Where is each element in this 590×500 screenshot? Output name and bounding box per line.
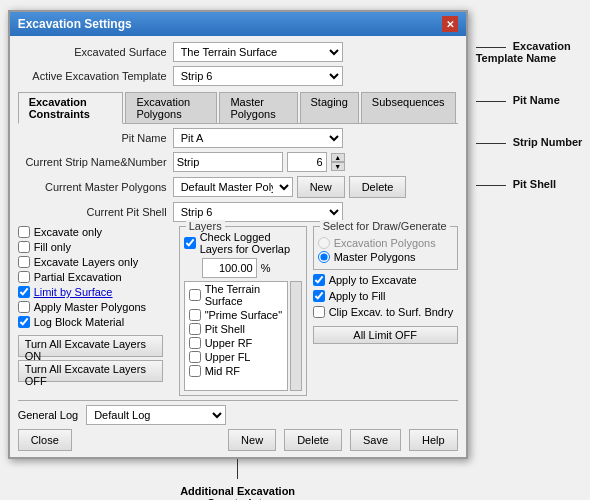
strip-name-input[interactable]: [173, 152, 283, 172]
turn-all-excavate-off-btn[interactable]: Turn All Excavate Layers OFF: [18, 360, 163, 382]
excavate-layers-only-label: Excavate Layers only: [34, 256, 139, 268]
fill-only-row: Fill only: [18, 241, 173, 253]
log-block-material-row: Log Block Material: [18, 316, 173, 328]
spin-up-btn[interactable]: ▲: [331, 153, 345, 162]
arrow-line-template: [476, 47, 506, 48]
layer-upper-fl-label: Upper FL: [205, 351, 251, 363]
layer-terrain-check[interactable]: [189, 289, 201, 301]
annotation-template-name: ExcavationTemplate Name: [476, 40, 583, 64]
delete-master-button[interactable]: Delete: [349, 176, 407, 198]
annotation-pit-name: Pit Name: [476, 94, 583, 106]
apply-master-polygons-label: Apply Master Polygons: [34, 301, 147, 313]
dialog-title: Excavation Settings: [18, 17, 132, 31]
apply-to-excavate-row: Apply to Excavate: [313, 274, 458, 286]
strip-name-value-container: ▲ ▼: [173, 152, 458, 172]
apply-to-fill-row: Apply to Fill: [313, 290, 458, 302]
layers-list-container: The Terrain Surface "Prime Surface" Pit …: [184, 281, 302, 391]
close-icon-btn[interactable]: ✕: [442, 16, 458, 32]
strip-number-input[interactable]: [287, 152, 327, 172]
tab-subsequences[interactable]: Subsequences: [361, 92, 456, 123]
select-draw-generate-title: Select for Draw/Generate: [320, 220, 450, 232]
excavated-surface-row: Excavated Surface The Terrain Surface: [18, 42, 458, 62]
strip-name-row: Current Strip Name&Number ▲ ▼: [18, 152, 458, 172]
layer-mid-rf-label: Mid RF: [205, 365, 240, 377]
tab-excavation-polygons[interactable]: Excavation Polygons: [125, 92, 217, 123]
master-polygons-radio[interactable]: [318, 251, 330, 263]
log-block-material-label: Log Block Material: [34, 316, 125, 328]
new-master-button[interactable]: New: [297, 176, 345, 198]
partial-excavation-row: Partial Excavation: [18, 271, 173, 283]
layer-pit-shell-check[interactable]: [189, 323, 201, 335]
additional-annotation-text: Additional ExcavationConstraints: [180, 485, 295, 500]
pit-name-label: Pit Name: [18, 132, 173, 144]
excavated-surface-select[interactable]: The Terrain Surface: [173, 42, 343, 62]
layer-prime-check[interactable]: [189, 309, 201, 321]
layer-pit-shell-label: Pit Shell: [205, 323, 245, 335]
help-button[interactable]: Help: [409, 429, 458, 451]
log-block-material-check[interactable]: [18, 316, 30, 328]
partial-excavation-check[interactable]: [18, 271, 30, 283]
excavated-surface-label: Excavated Surface: [18, 46, 173, 58]
dialog: Excavation Settings ✕ Excavated Surface …: [8, 10, 468, 500]
turn-all-excavate-on-btn[interactable]: Turn All Excavate Layers ON: [18, 335, 163, 357]
clip-excav-label: Clip Excav. to Surf. Bndry: [329, 306, 454, 318]
active-template-select[interactable]: Strip 6: [173, 66, 343, 86]
clip-excav-check[interactable]: [313, 306, 325, 318]
limit-by-surface-check[interactable]: [18, 286, 30, 298]
layer-mid-rf-check[interactable]: [189, 365, 201, 377]
layers-list: The Terrain Surface "Prime Surface" Pit …: [184, 281, 288, 391]
fill-only-check[interactable]: [18, 241, 30, 253]
pit-name-select[interactable]: Pit A: [173, 128, 343, 148]
strip-name-label: Current Strip Name&Number: [18, 156, 173, 168]
percent-row: %: [202, 258, 302, 278]
layer-upper-rf-check[interactable]: [189, 337, 201, 349]
annotation-panel: ExcavationTemplate Name Pit Name Strip N…: [476, 10, 583, 190]
tab-excavation-constraints[interactable]: Excavation Constraints: [18, 92, 124, 124]
layers-group: Layers Check Logged Layers for Overlap %: [179, 226, 307, 396]
apply-master-polygons-check[interactable]: [18, 301, 30, 313]
tab-master-polygons[interactable]: Master Polygons: [219, 92, 297, 123]
annotation-strip-number-text: Strip Number: [513, 136, 583, 148]
list-item: Upper FL: [185, 350, 287, 364]
layers-group-title: Layers: [186, 220, 225, 232]
excavation-polygons-radio-label: Excavation Polygons: [334, 237, 436, 249]
spin-down-btn[interactable]: ▼: [331, 162, 345, 171]
middle-panel: Layers Check Logged Layers for Overlap %: [179, 226, 307, 396]
master-polygons-select[interactable]: Default Master Polygons: [173, 177, 293, 197]
active-template-row: Active Excavation Template Strip 6: [18, 66, 458, 86]
apply-master-polygons-row: Apply Master Polygons: [18, 301, 173, 313]
layers-scrollbar[interactable]: [290, 281, 302, 391]
all-limit-off-btn[interactable]: All Limit OFF: [313, 326, 458, 344]
tab-staging[interactable]: Staging: [300, 92, 359, 123]
general-log-label: General Log: [18, 409, 79, 421]
layer-upper-fl-check[interactable]: [189, 351, 201, 363]
master-polygons-radio-label: Master Polygons: [334, 251, 416, 263]
save-button[interactable]: Save: [350, 429, 401, 451]
pit-shell-select[interactable]: Strip 6: [173, 202, 343, 222]
bottom-section: General Log Default Log Close New Delete…: [18, 400, 458, 451]
annotation-template-text: ExcavationTemplate Name: [476, 40, 571, 64]
apply-to-fill-label: Apply to Fill: [329, 290, 386, 302]
check-logged-check[interactable]: [184, 237, 196, 249]
pit-shell-value-container: Strip 6: [173, 202, 458, 222]
apply-to-excavate-check[interactable]: [313, 274, 325, 286]
right-panel: Select for Draw/Generate Excavation Poly…: [313, 226, 458, 396]
excavate-only-check[interactable]: [18, 226, 30, 238]
list-item: Pit Shell: [185, 322, 287, 336]
delete-button[interactable]: Delete: [284, 429, 342, 451]
excavate-layers-only-check[interactable]: [18, 256, 30, 268]
new-button[interactable]: New: [228, 429, 276, 451]
excavation-polygons-radio[interactable]: [318, 237, 330, 249]
annotation-strip-number: Strip Number: [476, 136, 583, 148]
excavate-layers-only-row: Excavate Layers only: [18, 256, 173, 268]
main-section: Excavate only Fill only Excavate Layers …: [18, 226, 458, 396]
apply-to-excavate-label: Apply to Excavate: [329, 274, 417, 286]
master-polygons-row: Current Master Polygons Default Master P…: [18, 176, 458, 198]
annotation-pit-shell-text: Pit Shell: [513, 178, 556, 190]
percent-input[interactable]: [202, 258, 257, 278]
apply-to-fill-check[interactable]: [313, 290, 325, 302]
clip-excav-row: Clip Excav. to Surf. Bndry: [313, 306, 458, 318]
additional-annotation-label: Additional ExcavationConstraints: [180, 485, 295, 500]
general-log-select[interactable]: Default Log: [86, 405, 226, 425]
close-button[interactable]: Close: [18, 429, 72, 451]
